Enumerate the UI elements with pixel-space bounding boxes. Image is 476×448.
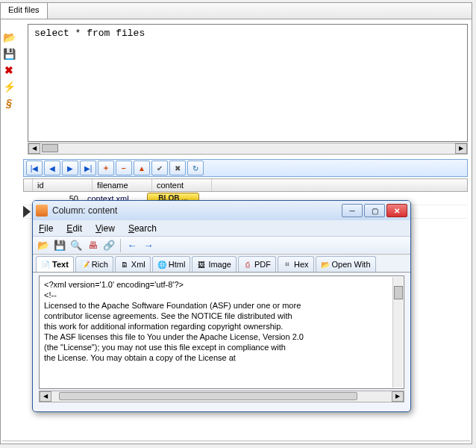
tab-text[interactable]: 📄Text bbox=[36, 256, 74, 272]
close-button[interactable]: ✕ bbox=[386, 204, 407, 217]
scroll-thumb[interactable] bbox=[42, 144, 58, 152]
col-content[interactable]: content bbox=[152, 179, 212, 191]
content-line: the License. You may obtain a copy of th… bbox=[44, 352, 399, 363]
cancel-button[interactable]: ✖ bbox=[169, 161, 186, 175]
play-button[interactable]: ▶ bbox=[62, 161, 78, 175]
first-button[interactable]: |◀ bbox=[26, 161, 43, 175]
image-icon: 🖼 bbox=[197, 260, 206, 269]
minimize-button[interactable]: ─ bbox=[342, 204, 363, 217]
tab-image[interactable]: 🖼Image bbox=[192, 256, 237, 272]
content-view[interactable]: <?xml version='1.0' encoding='utf-8'?> <… bbox=[39, 276, 404, 389]
scroll-thumb[interactable] bbox=[394, 286, 403, 299]
current-row-icon bbox=[23, 206, 31, 218]
tab-html[interactable]: 🌐Html bbox=[152, 256, 191, 272]
menu-edit[interactable]: Edit bbox=[66, 223, 82, 234]
grid-header: id filename content bbox=[23, 178, 468, 192]
scroll-track[interactable] bbox=[51, 391, 392, 402]
menubar: File Edit View Search bbox=[33, 220, 410, 237]
nav-toolbar: |◀ ◀ ▶ ▶| ＋ − ▲ ✔ ✖ ↻ bbox=[23, 159, 468, 177]
content-line: (the "License"); you may not use this fi… bbox=[44, 342, 399, 352]
run-icon[interactable]: ⚡ bbox=[2, 80, 16, 93]
save-icon[interactable]: 💾 bbox=[52, 238, 67, 253]
scroll-right-icon[interactable]: ▶ bbox=[455, 143, 467, 154]
dialog-title: Column: content bbox=[52, 205, 342, 216]
tab-xml[interactable]: 🗎Xml bbox=[115, 256, 151, 272]
text-icon: 📄 bbox=[41, 260, 50, 269]
hex-icon: ⌗ bbox=[283, 260, 292, 269]
left-toolbar: 📂 💾 ✖ ⚡ § bbox=[2, 31, 19, 110]
col-id[interactable]: id bbox=[33, 179, 93, 191]
blob-viewer-dialog: Column: content ─ ▢ ✕ File Edit View Sea… bbox=[32, 200, 411, 412]
back-icon[interactable]: ← bbox=[125, 238, 140, 253]
titlebar[interactable]: Column: content ─ ▢ ✕ bbox=[33, 201, 410, 220]
row-gutter bbox=[23, 206, 32, 218]
content-line: The ASF licenses this file to You under … bbox=[44, 332, 399, 342]
scroll-thumb[interactable] bbox=[59, 392, 357, 400]
content-line: Licensed to the Apache Software Foundati… bbox=[44, 300, 399, 311]
scroll-left-icon[interactable]: ◀ bbox=[40, 391, 51, 402]
next-button[interactable]: ▶| bbox=[80, 161, 96, 175]
openwith-icon: 📂 bbox=[321, 260, 330, 269]
commit-button[interactable]: ✔ bbox=[151, 161, 168, 175]
up-button[interactable]: ▲ bbox=[134, 161, 150, 175]
sql-editor[interactable]: select * from files bbox=[28, 24, 468, 142]
refresh-button[interactable]: ↻ bbox=[187, 161, 204, 175]
delete-icon[interactable]: ✖ bbox=[2, 63, 16, 77]
open-icon[interactable]: 📂 bbox=[36, 238, 51, 253]
hscrollbar[interactable]: ◀ ▶ bbox=[39, 391, 404, 402]
add-button[interactable]: ＋ bbox=[98, 161, 114, 175]
tab-strip: Edit files bbox=[1, 3, 472, 19]
prev-button[interactable]: ◀ bbox=[44, 161, 60, 175]
col-filename[interactable]: filename bbox=[93, 179, 152, 191]
dialog-toolbar: 📂 💾 🔍 🖶 🔗 ← → bbox=[33, 237, 410, 255]
sql-hscrollbar[interactable]: ◀ ▶ bbox=[28, 143, 468, 155]
tab-hex[interactable]: ⌗Hex bbox=[278, 256, 314, 272]
scroll-left-icon[interactable]: ◀ bbox=[28, 143, 40, 154]
vscrollbar[interactable] bbox=[392, 277, 403, 388]
tab-edit-files[interactable]: Edit files bbox=[1, 3, 48, 19]
format-icon[interactable]: § bbox=[2, 96, 16, 110]
scroll-track[interactable] bbox=[40, 143, 455, 154]
tab-openwith[interactable]: 📂Open With bbox=[316, 256, 376, 272]
print-icon[interactable]: 🖶 bbox=[85, 238, 100, 253]
menu-search[interactable]: Search bbox=[128, 223, 157, 234]
content-line: contributor license agreements. See the … bbox=[44, 311, 399, 321]
window-buttons: ─ ▢ ✕ bbox=[342, 204, 407, 217]
separator bbox=[120, 239, 121, 252]
menu-view[interactable]: View bbox=[95, 223, 115, 234]
app-icon bbox=[36, 205, 48, 217]
pdf-icon: ⎙ bbox=[243, 260, 252, 269]
save-icon[interactable]: 💾 bbox=[2, 47, 16, 60]
find-icon[interactable]: 🔍 bbox=[69, 238, 84, 253]
remove-button[interactable]: − bbox=[116, 161, 132, 175]
link-icon[interactable]: 🔗 bbox=[101, 238, 116, 253]
content-line: <?xml version='1.0' encoding='utf-8'?> bbox=[44, 279, 399, 290]
scroll-right-icon[interactable]: ▶ bbox=[392, 391, 404, 402]
row-gutter-header bbox=[24, 179, 33, 191]
open-icon[interactable]: 📂 bbox=[2, 31, 16, 44]
rich-icon: 📝 bbox=[81, 260, 90, 269]
xml-icon: 🗎 bbox=[120, 260, 129, 269]
content-line: this work for additional information reg… bbox=[44, 321, 399, 332]
tab-pdf[interactable]: ⎙PDF bbox=[238, 256, 276, 272]
view-tabs: 📄Text 📝Rich 🗎Xml 🌐Html 🖼Image ⎙PDF ⌗Hex … bbox=[33, 255, 410, 273]
menu-file[interactable]: File bbox=[39, 223, 53, 234]
tab-rich[interactable]: 📝Rich bbox=[75, 256, 113, 272]
status-border bbox=[2, 441, 470, 442]
content-line: <!-- bbox=[44, 290, 399, 300]
maximize-button[interactable]: ▢ bbox=[364, 204, 385, 217]
forward-icon[interactable]: → bbox=[141, 238, 156, 253]
globe-icon: 🌐 bbox=[157, 260, 166, 269]
